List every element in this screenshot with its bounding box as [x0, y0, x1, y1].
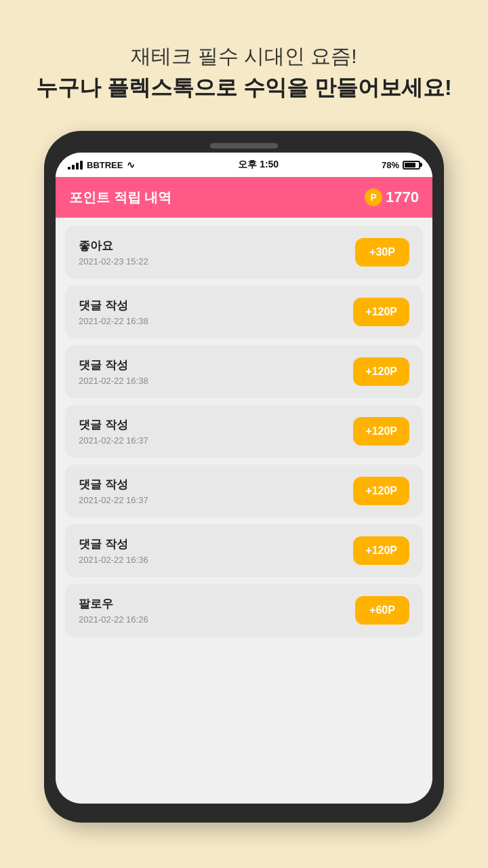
- item-info: 댓글 작성 2021-02-22 16:38: [79, 357, 148, 386]
- status-time: 오후 1:50: [238, 159, 279, 171]
- list-item: 좋아요 2021-02-23 15:22 +30P: [65, 226, 423, 279]
- item-date: 2021-02-22 16:38: [79, 316, 148, 326]
- battery-fill: [405, 163, 415, 167]
- list-item: 댓글 작성 2021-02-22 16:38 +120P: [65, 285, 423, 338]
- point-button[interactable]: +30P: [355, 238, 409, 267]
- item-name: 댓글 작성: [79, 417, 148, 433]
- point-button[interactable]: +120P: [353, 417, 409, 446]
- point-button[interactable]: +120P: [353, 298, 409, 326]
- item-name: 댓글 작성: [79, 477, 148, 492]
- promo-text: 재테크 필수 시대인 요즘! 누구나 플렉스톡으로 수익을 만들어보세요!: [36, 41, 451, 104]
- item-date: 2021-02-22 16:37: [79, 435, 148, 446]
- item-name: 댓글 작성: [79, 536, 148, 552]
- item-info: 댓글 작성 2021-02-22 16:36: [79, 536, 148, 565]
- header-title: 포인트 적립 내역: [69, 189, 171, 207]
- list-item: 댓글 작성 2021-02-22 16:36 +120P: [65, 524, 423, 577]
- item-info: 댓글 작성 2021-02-22 16:37: [79, 477, 148, 505]
- point-button[interactable]: +120P: [353, 477, 409, 505]
- battery-percent: 78%: [382, 160, 399, 170]
- battery-icon: [403, 161, 420, 170]
- phone-speaker: [210, 143, 278, 149]
- status-bar: BBTREE ∿ 오후 1:50 78%: [56, 153, 432, 177]
- list-item: 댓글 작성 2021-02-22 16:38 +120P: [65, 345, 423, 398]
- status-right: 78%: [382, 160, 420, 170]
- wifi-icon: ∿: [127, 159, 135, 170]
- phone-mockup: BBTREE ∿ 오후 1:50 78% 포인트 적립 내역 P 1770 좋아: [44, 131, 444, 823]
- item-date: 2021-02-22 16:26: [79, 614, 148, 625]
- point-button[interactable]: +120P: [353, 536, 409, 565]
- points-icon: P: [365, 189, 382, 206]
- point-button[interactable]: +60P: [355, 596, 409, 625]
- points-value: 1770: [386, 189, 419, 206]
- item-info: 좋아요 2021-02-23 15:22: [79, 238, 148, 267]
- item-name: 댓글 작성: [79, 298, 148, 313]
- item-name: 좋아요: [79, 238, 148, 254]
- points-badge: P 1770: [365, 189, 419, 206]
- carrier-label: BBTREE: [87, 160, 123, 170]
- item-name: 댓글 작성: [79, 357, 148, 373]
- item-date: 2021-02-22 16:37: [79, 495, 148, 505]
- promo-line2: 누구나 플렉스톡으로 수익을 만들어보세요!: [36, 71, 451, 104]
- promo-line1: 재테크 필수 시대인 요즘!: [36, 41, 451, 71]
- item-date: 2021-02-22 16:36: [79, 555, 148, 565]
- list-item: 댓글 작성 2021-02-22 16:37 +120P: [65, 465, 423, 517]
- item-info: 댓글 작성 2021-02-22 16:37: [79, 417, 148, 446]
- phone-screen: BBTREE ∿ 오후 1:50 78% 포인트 적립 내역 P 1770 좋아: [56, 153, 432, 804]
- status-left: BBTREE ∿: [68, 159, 135, 170]
- item-date: 2021-02-23 15:22: [79, 256, 148, 267]
- item-info: 댓글 작성 2021-02-22 16:38: [79, 298, 148, 326]
- point-button[interactable]: +120P: [353, 357, 409, 386]
- app-header: 포인트 적립 내역 P 1770: [56, 177, 432, 218]
- points-list: 좋아요 2021-02-23 15:22 +30P 댓글 작성 2021-02-…: [56, 218, 432, 804]
- list-item: 팔로우 2021-02-22 16:26 +60P: [65, 584, 423, 637]
- item-date: 2021-02-22 16:38: [79, 376, 148, 386]
- list-item: 댓글 작성 2021-02-22 16:37 +120P: [65, 405, 423, 458]
- item-name: 팔로우: [79, 596, 148, 612]
- item-info: 팔로우 2021-02-22 16:26: [79, 596, 148, 625]
- signal-icon: [68, 160, 83, 170]
